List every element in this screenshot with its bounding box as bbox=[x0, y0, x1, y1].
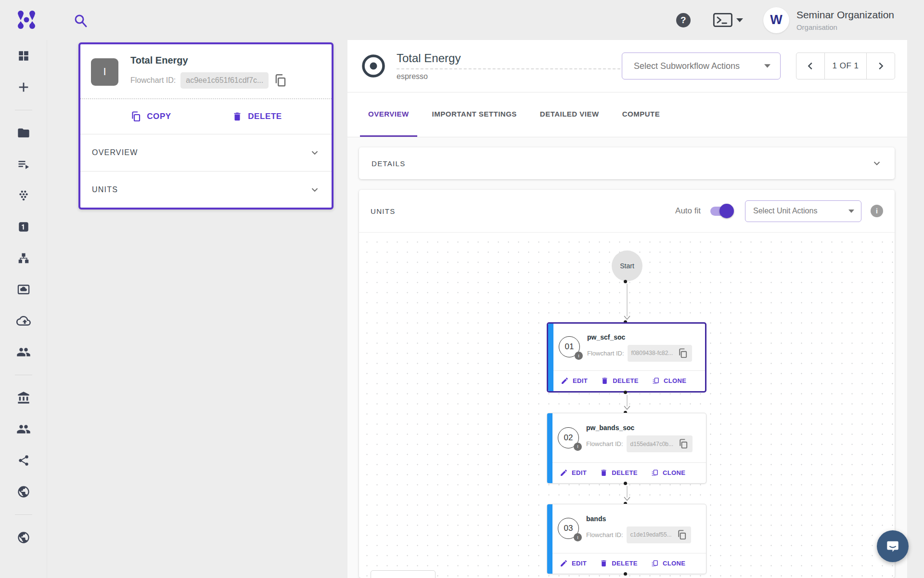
unit-actions-select[interactable]: Select Unit Actions bbox=[745, 200, 861, 222]
workflow-side-panel: I Total Energy Flowchart ID: ac9ee1c651f… bbox=[47, 40, 347, 578]
copy-workflow-button[interactable]: COPY bbox=[130, 111, 171, 122]
workflow-card[interactable]: I Total Energy Flowchart ID: ac9ee1c651f… bbox=[78, 42, 334, 210]
chevron-left-icon bbox=[805, 61, 816, 71]
rail-divider bbox=[0, 368, 47, 382]
workflows-icon[interactable] bbox=[0, 242, 47, 274]
counter-1-icon[interactable] bbox=[0, 211, 47, 242]
subworkflow-title[interactable]: Total Energy bbox=[397, 52, 620, 65]
rail-divider bbox=[0, 507, 47, 522]
unit-node-pw_scf_soc[interactable]: 01 I pw_scf_soc Flowchart ID: f0809438-f… bbox=[547, 322, 706, 393]
flowchart-id-label: Flowchart ID: bbox=[586, 531, 623, 539]
pager-prev-button[interactable] bbox=[796, 53, 824, 79]
tab-content: DETAILS UNITS Auto fit Select Unit Actio… bbox=[347, 137, 907, 578]
connector-dot bbox=[624, 482, 627, 485]
workflow-type-badge: I bbox=[91, 58, 118, 86]
unit-name: bands bbox=[586, 515, 691, 523]
connector-dot bbox=[624, 572, 627, 576]
workflow-card-actions: COPY DELETE bbox=[80, 99, 332, 134]
dashboard-icon[interactable] bbox=[0, 40, 47, 71]
subworkflow-target-icon bbox=[361, 53, 386, 79]
unit-name: pw_scf_soc bbox=[587, 333, 692, 341]
team-icon[interactable] bbox=[0, 336, 47, 368]
unit-node-pw_bands_soc[interactable]: 02 I pw_bands_soc Flowchart ID: d155eda4… bbox=[547, 413, 706, 484]
add-icon[interactable] bbox=[0, 71, 47, 103]
panel-section-overview[interactable]: OVERVIEW bbox=[80, 134, 332, 171]
unit-delete-button[interactable]: DELETE bbox=[600, 469, 638, 477]
autofit-toggle[interactable] bbox=[710, 207, 732, 216]
tab-detailed-view[interactable]: DETAILED VIEW bbox=[532, 92, 607, 137]
group-icon[interactable] bbox=[0, 413, 47, 445]
unit-number: 03 I bbox=[558, 518, 580, 540]
help-icon[interactable]: ? bbox=[676, 13, 691, 27]
user-avatar[interactable]: W bbox=[763, 7, 789, 33]
copy-id-icon bbox=[678, 438, 689, 449]
chevron-down-icon bbox=[872, 158, 882, 169]
unit-node-bands[interactable]: 03 I bands Flowchart ID: c1de19edaf55... bbox=[547, 504, 706, 574]
search-icon[interactable] bbox=[73, 13, 88, 28]
flowchart-canvas[interactable]: Start 01 I bbox=[359, 232, 895, 578]
unit-clone-button[interactable]: CLONE bbox=[652, 377, 687, 385]
left-nav-rail bbox=[0, 40, 47, 578]
caret-down-icon bbox=[764, 64, 770, 68]
clone-icon bbox=[652, 377, 660, 385]
copy-id-icon bbox=[677, 348, 688, 359]
clone-icon bbox=[651, 469, 659, 477]
title-underline bbox=[397, 68, 620, 69]
unit-clone-button[interactable]: CLONE bbox=[651, 469, 686, 477]
delete-workflow-button[interactable]: DELETE bbox=[232, 111, 282, 122]
clone-icon bbox=[651, 559, 659, 567]
application-name: espresso bbox=[397, 72, 620, 81]
details-accordion[interactable]: DETAILS bbox=[359, 147, 895, 179]
unit-status-bar bbox=[547, 413, 552, 483]
flow-arrow bbox=[623, 284, 631, 320]
globe-icon[interactable] bbox=[0, 476, 47, 507]
subworkflow-actions-select[interactable]: Select Subworkflow Actions bbox=[622, 53, 781, 79]
flowchart-start-node[interactable]: Start bbox=[612, 250, 642, 281]
pager-next-button[interactable] bbox=[867, 53, 895, 79]
folder-icon[interactable] bbox=[0, 117, 47, 148]
unit-edit-button[interactable]: EDIT bbox=[560, 559, 587, 567]
unit-delete-button[interactable]: DELETE bbox=[600, 559, 638, 567]
units-panel-header: UNITS Auto fit Select Unit Actions i bbox=[359, 190, 895, 232]
canvas-controls-partial[interactable] bbox=[371, 570, 436, 578]
earth-icon[interactable] bbox=[0, 522, 47, 553]
unit-flowchart-id[interactable]: f0809438-fc82... bbox=[628, 345, 693, 362]
flowchart-id-label: Flowchart ID: bbox=[130, 76, 176, 85]
unit-flowchart-id[interactable]: d155eda47c0b... bbox=[627, 435, 693, 452]
unit-clone-button[interactable]: CLONE bbox=[651, 559, 686, 567]
flowchart-id-label: Flowchart ID: bbox=[587, 350, 624, 357]
tab-compute[interactable]: COMPUTE bbox=[614, 92, 668, 137]
right-gutter bbox=[907, 40, 924, 578]
unit-edit-button[interactable]: EDIT bbox=[561, 377, 588, 385]
bank-icon[interactable] bbox=[0, 382, 47, 413]
subworkflow-tabs: OVERVIEW IMPORTANT SETTINGS DETAILED VIE… bbox=[347, 92, 907, 137]
media-icon[interactable] bbox=[0, 274, 47, 305]
flowchart-id-value[interactable]: ac9ee1c651f61cdf7c... bbox=[180, 72, 269, 89]
flow-arrow bbox=[623, 395, 631, 410]
subworkflow-pager: 1 OF 1 bbox=[796, 53, 895, 79]
panel-section-units[interactable]: UNITS bbox=[80, 171, 332, 208]
organization-block[interactable]: Seminar Organization Organisation bbox=[796, 9, 894, 31]
unit-flowchart-id[interactable]: c1de19edaf55... bbox=[627, 526, 691, 543]
unit-delete-button[interactable]: DELETE bbox=[601, 377, 639, 385]
info-icon[interactable]: i bbox=[871, 205, 883, 217]
chat-launcher-button[interactable] bbox=[877, 530, 909, 562]
flow-arrow bbox=[623, 486, 631, 501]
tab-important-settings[interactable]: IMPORTANT SETTINGS bbox=[424, 92, 525, 137]
share-icon[interactable] bbox=[0, 445, 47, 476]
console-dropdown-icon[interactable] bbox=[713, 12, 743, 28]
copy-id-icon[interactable] bbox=[273, 73, 287, 88]
chevron-down-icon bbox=[309, 184, 320, 195]
units-label: UNITS bbox=[371, 207, 396, 215]
top-bar: ? W Seminar Organization Organisation bbox=[0, 0, 924, 40]
cloud-upload-icon[interactable] bbox=[0, 305, 47, 336]
organization-name: Seminar Organization bbox=[796, 9, 894, 21]
unit-edit-button[interactable]: EDIT bbox=[560, 469, 587, 477]
tab-overview[interactable]: OVERVIEW bbox=[360, 92, 417, 137]
pencil-icon bbox=[560, 559, 568, 567]
unit-status-bar bbox=[548, 324, 553, 391]
app-logo-icon[interactable] bbox=[15, 9, 38, 31]
trash-icon bbox=[600, 559, 608, 567]
materials-icon[interactable] bbox=[0, 180, 47, 211]
jobs-icon[interactable] bbox=[0, 148, 47, 180]
